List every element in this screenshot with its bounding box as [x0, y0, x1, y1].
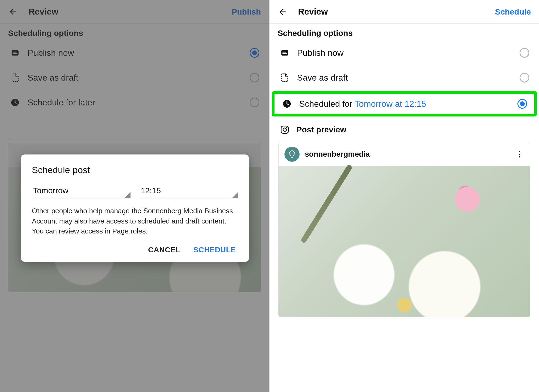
post-preview-image — [279, 166, 530, 317]
right-header: Review Schedule — [270, 0, 539, 24]
save-draft-radio[interactable] — [520, 73, 529, 82]
time-picker[interactable]: 12:15 — [140, 184, 238, 198]
left-screen: Review Publish Scheduling options Publis… — [0, 0, 270, 392]
back-button[interactable] — [278, 7, 287, 17]
scheduled-time-link[interactable]: Tomorrow at 12:15 — [355, 99, 426, 109]
publish-now-option[interactable]: Publish now — [270, 40, 539, 65]
svg-rect-4 — [281, 50, 288, 56]
dropdown-caret-icon — [232, 192, 238, 198]
avatar — [284, 147, 300, 162]
dialog-title: Schedule post — [32, 165, 238, 175]
scheduled-option[interactable]: Scheduled for Tomorrow at 12:15 — [274, 94, 534, 114]
save-draft-option[interactable]: Save as draft — [270, 65, 539, 90]
scheduled-radio[interactable] — [517, 99, 527, 109]
username: sonnenbergmedia — [305, 150, 370, 159]
date-value: Tomorrow — [33, 186, 68, 195]
svg-rect-6 — [282, 53, 287, 54]
right-screen: Review Schedule Scheduling options Publi… — [270, 0, 539, 392]
svg-rect-5 — [282, 52, 286, 53]
post-preview-card: sonnenbergmedia ⋯ — [278, 142, 531, 317]
more-options-button[interactable]: ⋯ — [515, 150, 525, 159]
draft-icon — [280, 73, 290, 82]
arrow-left-icon — [278, 7, 287, 16]
page-title: Review — [298, 7, 328, 17]
dialog-body-text: Other people who help manage the Sonnenb… — [32, 206, 238, 236]
svg-point-10 — [286, 127, 287, 128]
svg-rect-8 — [281, 126, 288, 133]
scheduled-highlight: Scheduled for Tomorrow at 12:15 — [272, 91, 537, 116]
scheduled-prefix: Scheduled for — [299, 99, 355, 109]
instagram-icon — [280, 125, 290, 135]
publish-now-radio[interactable] — [520, 48, 529, 58]
clock-icon — [282, 99, 292, 109]
scheduling-options-title: Scheduling options — [270, 24, 539, 40]
post-preview-label: Post preview — [297, 125, 346, 134]
cancel-button[interactable]: CANCEL — [148, 246, 180, 254]
date-picker[interactable]: Tomorrow — [32, 184, 131, 198]
post-preview-header: Post preview — [270, 118, 539, 138]
schedule-header-button[interactable]: Schedule — [495, 7, 531, 16]
publish-now-icon — [280, 48, 290, 58]
preview-card-header: sonnenbergmedia ⋯ — [279, 142, 530, 166]
schedule-button[interactable]: SCHEDULE — [193, 246, 236, 254]
schedule-post-dialog: Schedule post Tomorrow 12:15 Other peopl… — [21, 154, 249, 262]
svg-point-9 — [283, 128, 286, 132]
publish-now-label: Publish now — [297, 48, 512, 58]
scheduled-label: Scheduled for Tomorrow at 12:15 — [299, 99, 510, 109]
save-draft-label: Save as draft — [297, 73, 512, 83]
dropdown-caret-icon — [125, 192, 131, 198]
time-value: 12:15 — [141, 186, 161, 195]
